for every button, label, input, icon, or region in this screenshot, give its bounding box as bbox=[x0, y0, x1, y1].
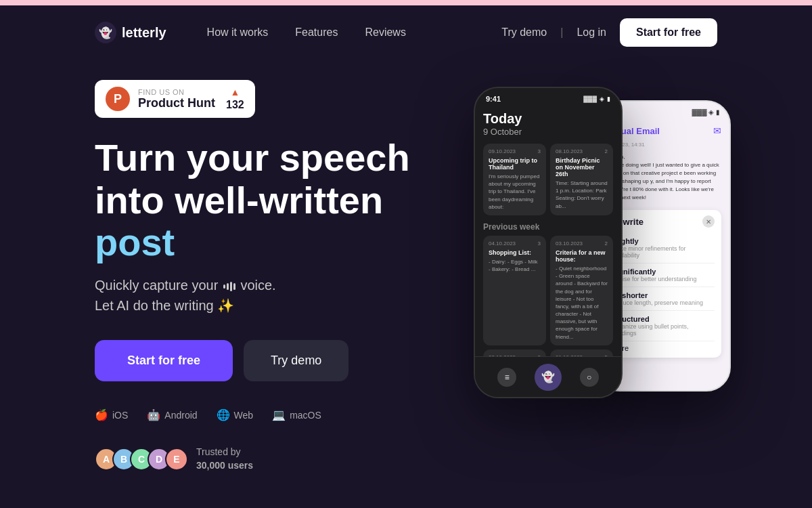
main-status-time: 9:41 bbox=[486, 95, 501, 103]
sub1-suffix: voice. bbox=[240, 278, 275, 293]
today-notes-row: 09.10.2023 3 Upcoming trip to Thailand I… bbox=[483, 144, 613, 215]
prev-note-card-2[interactable]: 03.10.2023 2 Criteria for a new house: -… bbox=[550, 236, 613, 345]
prev-note-1-count: 3 bbox=[538, 240, 541, 247]
rewrite-shorter-title: 2x shorter bbox=[612, 291, 715, 299]
rewrite-option-significantly[interactable]: Significantly Revise for better understa… bbox=[612, 263, 715, 287]
nav-reviews[interactable]: Reviews bbox=[365, 26, 405, 38]
rewrite-shorter-desc: Reduce length, preserve meaning bbox=[612, 299, 715, 306]
platform-web: 🌐 Web bbox=[217, 408, 254, 421]
rewrite-option-shorter[interactable]: 2x shorter Reduce length, preserve meani… bbox=[612, 287, 715, 311]
phone-bottom-nav: ≡ 👻 ○ bbox=[475, 356, 621, 397]
note-card-1-body: I'm seriously pumped about my upcoming t… bbox=[489, 173, 541, 211]
nav-how-it-works[interactable]: How it works bbox=[207, 26, 269, 38]
logo-icon: 👻 bbox=[95, 22, 116, 43]
left-content: P FIND US ON Product Hunt ▲ 132 Turn you… bbox=[95, 73, 460, 472]
top-bar bbox=[0, 0, 812, 5]
nav-try-demo-link[interactable]: Try demo bbox=[501, 26, 547, 39]
ph-vote-count: 132 bbox=[226, 99, 244, 111]
nav-icon-center-record[interactable]: 👻 bbox=[535, 364, 562, 391]
rewrite-significantly-desc: Revise for better understanding bbox=[612, 276, 715, 282]
main-phone-content: Today 9 October 09.10.2023 3 Upcoming tr… bbox=[475, 106, 621, 367]
phone-mockups: 9:41 ▓▓▓ ◈ ▮ Casual Email ✉ July 2023, 1… bbox=[460, 73, 717, 452]
note-card-2-date: 08.10.2023 bbox=[556, 148, 583, 154]
prev-note-2-date: 03.10.2023 bbox=[556, 240, 583, 247]
note-card-2-count: 2 bbox=[605, 148, 608, 154]
rewrite-option-structured[interactable]: Structured Organize using bullet points,… bbox=[612, 311, 715, 341]
phone-date-header: Today 9 October bbox=[483, 111, 613, 137]
prev-week-label: Previous week bbox=[483, 222, 613, 232]
prev-notes-row-1: 04.10.2023 3 Shopping List: - Dairy: - E… bbox=[483, 236, 613, 345]
note-card-1-header: 09.10.2023 3 bbox=[489, 148, 541, 154]
rewrite-structured-desc: Organize using bullet points, headings bbox=[612, 323, 715, 337]
sub2-text: Let AI do the writing ✨ bbox=[95, 298, 234, 313]
sub1-text: Quickly capture your bbox=[95, 278, 218, 293]
platform-android: 🤖 Android bbox=[147, 408, 197, 421]
nav-features[interactable]: Features bbox=[295, 26, 338, 38]
prev-note-1-title: Shopping List: bbox=[489, 249, 541, 256]
note-card-1-date: 09.10.2023 bbox=[489, 148, 516, 154]
product-hunt-badge[interactable]: P FIND US ON Product Hunt ▲ 132 bbox=[95, 80, 255, 118]
navbar: 👻 letterly How it works Features Reviews… bbox=[0, 5, 812, 60]
back-email-icon: ✉ bbox=[713, 125, 721, 136]
ph-arrow-icon: ▲ bbox=[230, 87, 240, 98]
web-icon: 🌐 bbox=[217, 408, 230, 421]
note-card-2-title: Birthday Picnic on November 26th bbox=[556, 157, 608, 177]
headline-line2: into well-written bbox=[95, 179, 383, 221]
prev-note-2-title: Criteria for a new house: bbox=[556, 249, 608, 263]
nav-start-free-button[interactable]: Start for free bbox=[620, 18, 717, 47]
voice-bars-icon bbox=[223, 282, 235, 291]
logo-text: letterly bbox=[122, 25, 166, 41]
note-card-2[interactable]: 08.10.2023 2 Birthday Picnic on November… bbox=[550, 144, 613, 215]
note-card-2-body: Time: Starting around 1 p.m. Location: P… bbox=[556, 179, 608, 210]
headline-line1: Turn your speech bbox=[95, 136, 410, 179]
nav-icon-left[interactable]: ≡ bbox=[497, 368, 516, 387]
product-hunt-name: Product Hunt bbox=[138, 96, 215, 110]
prev-note-card-1[interactable]: 04.10.2023 3 Shopping List: - Dairy: - E… bbox=[483, 236, 546, 345]
platforms: 🍎 iOS 🤖 Android 🌐 Web 💻 macOS bbox=[95, 408, 460, 421]
note-card-1[interactable]: 09.10.2023 3 Upcoming trip to Thailand I… bbox=[483, 144, 546, 215]
trusted-count: 30,000 users bbox=[196, 460, 253, 471]
nav-divider: | bbox=[560, 26, 563, 39]
nav-login-link[interactable]: Log in bbox=[577, 26, 606, 39]
prev-note-2-header: 03.10.2023 2 bbox=[556, 240, 608, 247]
platform-ios-label: iOS bbox=[112, 410, 128, 421]
platform-macos: 💻 macOS bbox=[272, 408, 321, 421]
cta-buttons: Start for free Try demo bbox=[95, 340, 460, 381]
back-status-icons: ▓▓▓ ◈ ▮ bbox=[692, 108, 720, 116]
nav-icon-right[interactable]: ○ bbox=[580, 368, 599, 387]
prev-note-1-header: 04.10.2023 3 bbox=[489, 240, 541, 247]
nav-links: How it works Features Reviews bbox=[207, 26, 502, 39]
main-content: P FIND US ON Product Hunt ▲ 132 Turn you… bbox=[0, 60, 812, 472]
rewrite-significantly-title: Significantly bbox=[612, 268, 715, 276]
trusted-label1: Trusted by bbox=[196, 446, 241, 457]
rewrite-option-slightly[interactable]: Slightly Make minor refinements for read… bbox=[612, 233, 715, 263]
note-card-1-count: 3 bbox=[538, 148, 541, 154]
logo[interactable]: 👻 letterly bbox=[95, 22, 166, 43]
prev-note-2-body: - Quiet neighborhood - Green space aroun… bbox=[556, 265, 608, 341]
android-icon: 🤖 bbox=[147, 408, 160, 421]
rewrite-close-button[interactable]: ✕ bbox=[702, 215, 715, 228]
phone-main: 9:41 ▓▓▓ ◈ ▮ Today 9 October 09.10.2023 bbox=[474, 87, 623, 398]
platform-ios: 🍎 iOS bbox=[95, 408, 128, 421]
rewrite-structured-title: Structured bbox=[612, 315, 715, 323]
start-free-button[interactable]: Start for free bbox=[95, 340, 233, 381]
prev-note-1-body: - Dairy: - Eggs - Milk - Bakery: - Bread… bbox=[489, 258, 541, 273]
prev-note-2-count: 2 bbox=[605, 240, 608, 247]
apple-icon: 🍎 bbox=[95, 408, 108, 421]
rewrite-slightly-desc: Make minor refinements for readability bbox=[612, 245, 715, 259]
main-status-icons: ▓▓▓ ◈ ▮ bbox=[583, 96, 610, 102]
try-demo-button[interactable]: Try demo bbox=[244, 340, 348, 381]
phone-today: Today bbox=[483, 111, 613, 127]
prev-note-1-date: 04.10.2023 bbox=[489, 240, 516, 247]
avatar-5: E bbox=[165, 448, 188, 471]
rewrite-more[interactable]: More bbox=[612, 341, 715, 352]
platform-macos-label: macOS bbox=[290, 410, 321, 421]
main-status-bar: 9:41 ▓▓▓ ◈ ▮ bbox=[475, 88, 621, 106]
hero-headline: Turn your speech into well-written post bbox=[95, 137, 460, 264]
nav-right: Try demo | Log in Start for free bbox=[501, 18, 717, 47]
headline-accent: post bbox=[95, 221, 175, 263]
macos-icon: 💻 bbox=[272, 408, 286, 421]
platform-android-label: Android bbox=[164, 410, 197, 421]
trusted-avatars: A B C D E bbox=[95, 448, 188, 471]
rewrite-slightly-title: Slightly bbox=[612, 237, 715, 245]
